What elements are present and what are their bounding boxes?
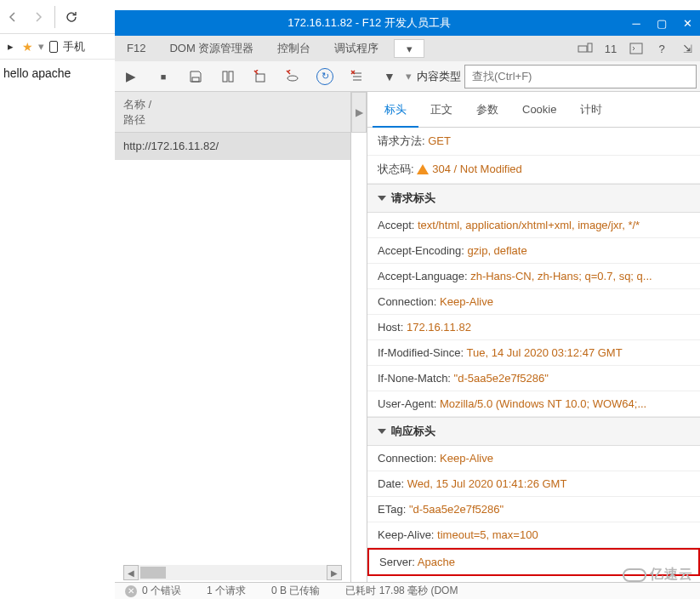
tab-console[interactable]: 控制台 bbox=[265, 36, 322, 61]
detail-pane: 标头 正文 参数 Cookie 计时 请求方法: GET 状态码: 304 / … bbox=[367, 92, 700, 582]
import-icon[interactable] bbox=[212, 61, 244, 92]
devtools-titlebar: 172.16.11.82 - F12 开发人员工具 ─ ▢ ✕ bbox=[115, 10, 700, 36]
svg-rect-1 bbox=[588, 43, 592, 52]
hdr-accept: Accept: text/html, application/xhtml+xml… bbox=[367, 213, 700, 238]
filter-icon[interactable]: ▼ bbox=[373, 61, 406, 92]
tab-debugger[interactable]: 调试程序 bbox=[322, 36, 390, 61]
search-input[interactable]: 查找(Ctrl+F) bbox=[464, 65, 697, 88]
clear-cache-icon[interactable] bbox=[276, 61, 309, 92]
emulation-icon[interactable] bbox=[572, 36, 598, 61]
tab-dom[interactable]: DOM 资源管理器 bbox=[157, 36, 265, 61]
svg-rect-0 bbox=[578, 46, 587, 52]
save-icon[interactable] bbox=[179, 61, 212, 92]
phone-label: 手机 bbox=[63, 39, 85, 54]
favorite-icon[interactable]: ★ bbox=[22, 40, 33, 54]
cloud-icon bbox=[623, 568, 646, 582]
svg-rect-6 bbox=[256, 74, 265, 82]
request-method: 请求方法: GET bbox=[367, 128, 700, 156]
chevron-down-icon bbox=[378, 196, 386, 201]
res-connection: Connection: Keep-Alive bbox=[367, 446, 700, 471]
svg-rect-5 bbox=[229, 71, 233, 82]
always-refresh-icon[interactable]: ↻ bbox=[309, 61, 341, 92]
tab-params[interactable]: 参数 bbox=[464, 92, 510, 128]
page-content: hello apache bbox=[0, 60, 115, 87]
help-icon[interactable]: ? bbox=[649, 36, 674, 61]
detail-body: 请求方法: GET 状态码: 304 / Not Modified 请求标头 A… bbox=[367, 128, 700, 582]
detail-tabs: 标头 正文 参数 Cookie 计时 bbox=[367, 92, 700, 128]
back-button[interactable] bbox=[0, 0, 26, 34]
clear-entries-icon[interactable] bbox=[341, 61, 373, 92]
minimize-button[interactable]: ─ bbox=[623, 10, 649, 36]
close-button[interactable]: ✕ bbox=[674, 10, 700, 36]
status-requests: 1 个请求 bbox=[207, 584, 246, 598]
hdr-accept-encoding: Accept-Encoding: gzip, deflate bbox=[367, 238, 700, 264]
hdr-accept-language: Accept-Language: zh-Hans-CN, zh-Hans; q=… bbox=[367, 264, 700, 289]
page-text: hello apache bbox=[3, 66, 71, 80]
svg-point-7 bbox=[287, 76, 298, 81]
tab-timing[interactable]: 计时 bbox=[568, 92, 614, 128]
status-bar: ✕0 个错误 1 个请求 0 B 已传输 已耗时 17.98 毫秒 (DOM bbox=[115, 582, 700, 599]
hdr-user-agent: User-Agent: Mozilla/5.0 (Windows NT 10.0… bbox=[367, 391, 700, 417]
section-response-headers[interactable]: 响应标头 bbox=[367, 417, 700, 446]
record-button[interactable]: ▶ bbox=[115, 61, 147, 92]
status-transferred: 0 B 已传输 bbox=[271, 584, 320, 598]
hdr-connection: Connection: Keep-Alive bbox=[367, 289, 700, 315]
tab-body[interactable]: 正文 bbox=[418, 92, 464, 128]
hdr-if-modified-since: If-Modified-Since: Tue, 14 Jul 2020 03:1… bbox=[367, 340, 700, 366]
scroll-left-icon[interactable]: ◀ bbox=[123, 565, 139, 580]
network-row[interactable]: http://172.16.11.82/ bbox=[115, 133, 350, 160]
maximize-button[interactable]: ▢ bbox=[649, 10, 674, 36]
warning-icon bbox=[417, 164, 429, 174]
devtools-tabs: F12 DOM 资源管理器 控制台 调试程序 ▾ 11 ? ⇲ bbox=[115, 36, 700, 61]
scroll-thumb[interactable] bbox=[140, 567, 166, 579]
section-request-headers[interactable]: 请求标头 bbox=[367, 184, 700, 213]
svg-rect-4 bbox=[223, 71, 227, 82]
console-icon[interactable] bbox=[623, 36, 649, 61]
content-type-label: 内容类型 bbox=[417, 69, 461, 84]
forward-button[interactable] bbox=[26, 0, 51, 34]
stop-button[interactable]: ■ bbox=[147, 61, 179, 92]
hdr-host: Host: 172.16.11.82 bbox=[367, 315, 700, 340]
svg-rect-3 bbox=[192, 77, 199, 82]
menu-icon[interactable]: ▸ bbox=[3, 40, 17, 54]
chevron-down-icon bbox=[378, 429, 386, 434]
res-etag: ETag: "d-5aa5e2e7f5286" bbox=[367, 497, 700, 522]
res-date: Date: Wed, 15 Jul 2020 01:41:26 GMT bbox=[367, 471, 700, 497]
tab-f12[interactable]: F12 bbox=[115, 36, 157, 61]
phone-icon[interactable] bbox=[49, 41, 58, 53]
reload-button[interactable] bbox=[59, 0, 84, 34]
tab-headers[interactable]: 标头 bbox=[373, 92, 418, 128]
clear-session-icon[interactable] bbox=[244, 61, 276, 92]
res-keep-alive: Keep-Alive: timeout=5, max=100 bbox=[367, 522, 700, 548]
error-icon: ✕ bbox=[125, 585, 137, 597]
devtools-title: 172.16.11.82 - F12 开发人员工具 bbox=[115, 15, 623, 31]
svg-rect-2 bbox=[630, 43, 642, 54]
status-timing: 已耗时 17.98 毫秒 (DOM bbox=[345, 584, 458, 598]
pin-icon[interactable]: ⇲ bbox=[674, 36, 700, 61]
h-scrollbar[interactable]: ◀ ▶ bbox=[123, 565, 342, 580]
tab-cookie[interactable]: Cookie bbox=[510, 92, 568, 128]
scroll-right-icon[interactable]: ▶ bbox=[327, 565, 342, 580]
hdr-if-none-match: If-None-Match: "d-5aa5e2e7f5286" bbox=[367, 366, 700, 391]
tab-count: 11 bbox=[598, 36, 623, 61]
watermark: 亿速云 bbox=[623, 566, 693, 584]
pane-grip[interactable]: ▶ bbox=[351, 92, 367, 133]
status-errors[interactable]: ✕0 个错误 bbox=[125, 584, 181, 598]
network-header: 名称 / 路径 bbox=[115, 92, 350, 133]
tab-more[interactable]: ▾ bbox=[394, 39, 424, 58]
status-code: 状态码: 304 / Not Modified bbox=[367, 156, 700, 184]
network-toolbar: ▶ ■ ↻ ▼ ▾ 内容类型 查找(Ctrl+F) bbox=[115, 61, 700, 92]
network-list: 名称 / 路径 http://172.16.11.82/ ◀ ▶ bbox=[115, 92, 351, 582]
